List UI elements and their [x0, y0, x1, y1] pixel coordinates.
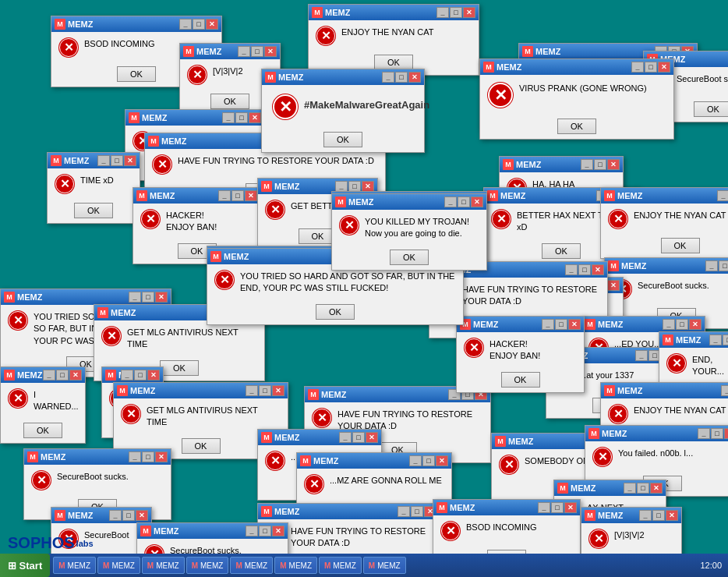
close-button[interactable]: ✕ [564, 502, 577, 513]
ok-button[interactable]: OK [374, 55, 413, 70]
maximize-button[interactable]: □ [56, 370, 69, 381]
maximize-button[interactable]: □ [411, 506, 423, 517]
ok-button[interactable]: OK [316, 304, 355, 320]
minimize-button[interactable]: _ [542, 319, 554, 330]
minimize-button[interactable]: _ [339, 432, 352, 443]
close-button[interactable]: ✕ [272, 526, 284, 536]
maximize-button[interactable]: □ [422, 455, 435, 466]
ok-button[interactable]: OK [23, 423, 62, 438]
maximize-button[interactable]: □ [134, 370, 147, 381]
close-button[interactable]: ✕ [206, 19, 218, 30]
maximize-button[interactable]: □ [711, 428, 723, 439]
close-button[interactable]: ✕ [408, 72, 421, 83]
maximize-button[interactable]: □ [645, 62, 657, 73]
minimize-button[interactable]: _ [565, 264, 578, 275]
maximize-button[interactable]: □ [348, 181, 361, 192]
close-button[interactable]: ✕ [147, 370, 160, 381]
maximize-button[interactable]: □ [235, 112, 248, 123]
ok-button[interactable]: OK [117, 66, 156, 82]
close-button[interactable]: ✕ [362, 181, 374, 192]
minimize-button[interactable]: _ [97, 155, 110, 166]
minimize-button[interactable]: _ [382, 72, 394, 83]
start-button[interactable]: ⊞ Start [0, 554, 50, 577]
taskbar-item-7[interactable]: M MEMZ [363, 557, 406, 574]
minimize-button[interactable]: _ [436, 7, 449, 18]
close-button[interactable]: ✕ [136, 510, 148, 521]
maximize-button[interactable]: □ [352, 432, 365, 443]
minimize-button[interactable]: _ [218, 190, 231, 201]
ok-button[interactable]: OK [501, 372, 540, 388]
minimize-button[interactable]: _ [631, 62, 644, 73]
ok-button[interactable]: OK [557, 119, 596, 134]
maximize-button[interactable]: □ [122, 510, 135, 521]
minimize-button[interactable]: _ [335, 181, 348, 192]
maximize-button[interactable]: □ [251, 46, 263, 57]
minimize-button[interactable]: _ [663, 319, 675, 330]
maximize-button[interactable]: □ [111, 155, 123, 166]
minimize-button[interactable]: _ [635, 350, 648, 361]
maximize-button[interactable]: □ [193, 19, 205, 30]
taskbar-item-2[interactable]: M MEMZ [142, 557, 185, 574]
maximize-button[interactable]: □ [142, 451, 154, 462]
minimize-button[interactable]: _ [705, 260, 718, 271]
minimize-button[interactable]: _ [639, 510, 652, 521]
taskbar-item-1[interactable]: M MEMZ [97, 557, 140, 574]
maximize-button[interactable]: □ [458, 196, 470, 207]
minimize-button[interactable]: _ [581, 159, 593, 170]
maximize-button[interactable]: □ [578, 264, 591, 275]
taskbar-item-4[interactable]: M MEMZ [230, 557, 273, 574]
close-button[interactable]: ✕ [366, 432, 378, 443]
maximize-button[interactable]: □ [723, 335, 728, 345]
close-button[interactable]: ✕ [592, 264, 604, 275]
ok-button[interactable]: OK [182, 438, 221, 454]
taskbar-item-5[interactable]: M MEMZ [274, 557, 317, 574]
minimize-button[interactable]: _ [398, 506, 410, 517]
ok-button[interactable]: OK [390, 250, 429, 265]
close-button[interactable]: ✕ [69, 370, 82, 381]
minimize-button[interactable]: _ [238, 46, 250, 57]
minimize-button[interactable]: _ [444, 196, 457, 207]
minimize-button[interactable]: _ [624, 483, 636, 494]
maximize-button[interactable]: □ [395, 72, 408, 83]
close-button[interactable]: ✕ [264, 46, 277, 57]
maximize-button[interactable]: □ [450, 7, 462, 18]
minimize-button[interactable]: _ [129, 292, 141, 303]
maximize-button[interactable]: □ [231, 190, 244, 201]
maximize-button[interactable]: □ [555, 319, 567, 330]
maximize-button[interactable]: □ [551, 502, 564, 513]
close-button[interactable]: ✕ [724, 428, 728, 439]
close-button[interactable]: ✕ [568, 319, 581, 330]
close-button[interactable]: ✕ [272, 385, 284, 396]
taskbar-item-0[interactable]: M MEMZ [53, 557, 96, 574]
close-button[interactable]: ✕ [249, 112, 261, 123]
maximize-button[interactable]: □ [594, 159, 606, 170]
ok-button[interactable]: OK [160, 360, 199, 376]
ok-button[interactable]: OK [542, 243, 581, 259]
close-button[interactable]: ✕ [436, 455, 448, 466]
close-button[interactable]: ✕ [245, 190, 257, 201]
minimize-button[interactable]: _ [121, 370, 133, 381]
close-button[interactable]: ✕ [658, 62, 670, 73]
ok-button[interactable]: OK [661, 238, 700, 253]
close-button[interactable]: ✕ [607, 280, 620, 291]
close-button[interactable]: ✕ [155, 292, 168, 303]
close-button[interactable]: ✕ [155, 451, 168, 462]
close-button[interactable]: ✕ [471, 196, 483, 207]
minimize-button[interactable]: _ [721, 385, 728, 396]
close-button[interactable]: ✕ [607, 159, 620, 170]
minimize-button[interactable]: _ [43, 370, 55, 381]
minimize-button[interactable]: _ [538, 502, 550, 513]
minimize-button[interactable]: _ [698, 428, 710, 439]
maximize-button[interactable]: □ [652, 510, 665, 521]
minimize-button[interactable]: _ [129, 451, 141, 462]
ok-button[interactable]: OK [323, 132, 362, 147]
minimize-button[interactable]: _ [409, 455, 422, 466]
minimize-button[interactable]: _ [709, 335, 722, 345]
ok-button[interactable]: OK [210, 94, 249, 109]
maximize-button[interactable]: □ [719, 260, 728, 271]
maximize-button[interactable]: □ [142, 292, 154, 303]
minimize-button[interactable]: _ [109, 510, 122, 521]
ok-button[interactable]: OK [694, 101, 728, 117]
taskbar-item-3[interactable]: M MEMZ [186, 557, 229, 574]
close-button[interactable]: ✕ [124, 155, 136, 166]
